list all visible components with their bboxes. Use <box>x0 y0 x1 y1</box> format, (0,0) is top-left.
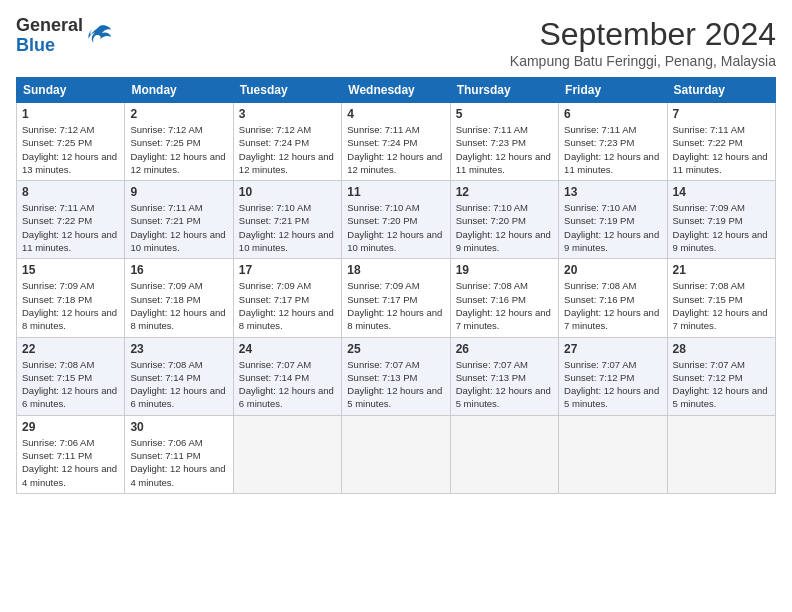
calendar-day-cell: 12Sunrise: 7:10 AMSunset: 7:20 PMDayligh… <box>450 181 558 259</box>
day-number: 3 <box>239 107 336 121</box>
calendar-day-cell: 17Sunrise: 7:09 AMSunset: 7:17 PMDayligh… <box>233 259 341 337</box>
day-number: 2 <box>130 107 227 121</box>
day-number: 19 <box>456 263 553 277</box>
day-number: 16 <box>130 263 227 277</box>
calendar-day-cell: 28Sunrise: 7:07 AMSunset: 7:12 PMDayligh… <box>667 337 775 415</box>
calendar-day-cell: 8Sunrise: 7:11 AMSunset: 7:22 PMDaylight… <box>17 181 125 259</box>
calendar-day-cell: 5Sunrise: 7:11 AMSunset: 7:23 PMDaylight… <box>450 103 558 181</box>
calendar-week-row: 22Sunrise: 7:08 AMSunset: 7:15 PMDayligh… <box>17 337 776 415</box>
calendar-day-cell: 30Sunrise: 7:06 AMSunset: 7:11 PMDayligh… <box>125 415 233 493</box>
calendar-day-cell: 24Sunrise: 7:07 AMSunset: 7:14 PMDayligh… <box>233 337 341 415</box>
day-header-saturday: Saturday <box>667 78 775 103</box>
day-number: 8 <box>22 185 119 199</box>
day-number: 29 <box>22 420 119 434</box>
day-number: 13 <box>564 185 661 199</box>
day-info: Sunrise: 7:09 AMSunset: 7:19 PMDaylight:… <box>673 201 770 254</box>
logo-text: General Blue <box>16 16 83 56</box>
day-info: Sunrise: 7:10 AMSunset: 7:19 PMDaylight:… <box>564 201 661 254</box>
calendar-day-cell: 6Sunrise: 7:11 AMSunset: 7:23 PMDaylight… <box>559 103 667 181</box>
calendar-day-cell: 15Sunrise: 7:09 AMSunset: 7:18 PMDayligh… <box>17 259 125 337</box>
page-header: General Blue September 2024 Kampung Batu… <box>16 16 776 69</box>
calendar-day-cell: 27Sunrise: 7:07 AMSunset: 7:12 PMDayligh… <box>559 337 667 415</box>
day-info: Sunrise: 7:07 AMSunset: 7:13 PMDaylight:… <box>347 358 444 411</box>
day-info: Sunrise: 7:08 AMSunset: 7:16 PMDaylight:… <box>564 279 661 332</box>
logo-bird-icon <box>85 22 113 50</box>
calendar-day-cell: 3Sunrise: 7:12 AMSunset: 7:24 PMDaylight… <box>233 103 341 181</box>
day-header-monday: Monday <box>125 78 233 103</box>
calendar-day-cell: 4Sunrise: 7:11 AMSunset: 7:24 PMDaylight… <box>342 103 450 181</box>
calendar-day-cell: 29Sunrise: 7:06 AMSunset: 7:11 PMDayligh… <box>17 415 125 493</box>
day-number: 11 <box>347 185 444 199</box>
calendar-day-cell: 25Sunrise: 7:07 AMSunset: 7:13 PMDayligh… <box>342 337 450 415</box>
day-info: Sunrise: 7:08 AMSunset: 7:15 PMDaylight:… <box>22 358 119 411</box>
calendar-day-cell <box>233 415 341 493</box>
day-info: Sunrise: 7:12 AMSunset: 7:24 PMDaylight:… <box>239 123 336 176</box>
title-block: September 2024 Kampung Batu Feringgi, Pe… <box>510 16 776 69</box>
day-info: Sunrise: 7:07 AMSunset: 7:12 PMDaylight:… <box>564 358 661 411</box>
calendar-table: SundayMondayTuesdayWednesdayThursdayFrid… <box>16 77 776 494</box>
calendar-day-cell: 1Sunrise: 7:12 AMSunset: 7:25 PMDaylight… <box>17 103 125 181</box>
day-number: 21 <box>673 263 770 277</box>
month-year-title: September 2024 <box>510 16 776 53</box>
calendar-day-cell <box>342 415 450 493</box>
calendar-day-cell: 22Sunrise: 7:08 AMSunset: 7:15 PMDayligh… <box>17 337 125 415</box>
calendar-week-row: 15Sunrise: 7:09 AMSunset: 7:18 PMDayligh… <box>17 259 776 337</box>
day-header-tuesday: Tuesday <box>233 78 341 103</box>
calendar-day-cell: 9Sunrise: 7:11 AMSunset: 7:21 PMDaylight… <box>125 181 233 259</box>
calendar-day-cell: 11Sunrise: 7:10 AMSunset: 7:20 PMDayligh… <box>342 181 450 259</box>
day-number: 17 <box>239 263 336 277</box>
day-header-thursday: Thursday <box>450 78 558 103</box>
calendar-day-cell: 20Sunrise: 7:08 AMSunset: 7:16 PMDayligh… <box>559 259 667 337</box>
day-number: 24 <box>239 342 336 356</box>
day-number: 9 <box>130 185 227 199</box>
day-info: Sunrise: 7:10 AMSunset: 7:21 PMDaylight:… <box>239 201 336 254</box>
day-info: Sunrise: 7:09 AMSunset: 7:18 PMDaylight:… <box>22 279 119 332</box>
day-number: 6 <box>564 107 661 121</box>
calendar-day-cell: 18Sunrise: 7:09 AMSunset: 7:17 PMDayligh… <box>342 259 450 337</box>
calendar-day-cell: 14Sunrise: 7:09 AMSunset: 7:19 PMDayligh… <box>667 181 775 259</box>
day-number: 15 <box>22 263 119 277</box>
day-info: Sunrise: 7:10 AMSunset: 7:20 PMDaylight:… <box>456 201 553 254</box>
calendar-week-row: 29Sunrise: 7:06 AMSunset: 7:11 PMDayligh… <box>17 415 776 493</box>
day-number: 4 <box>347 107 444 121</box>
day-info: Sunrise: 7:11 AMSunset: 7:22 PMDaylight:… <box>22 201 119 254</box>
day-info: Sunrise: 7:08 AMSunset: 7:16 PMDaylight:… <box>456 279 553 332</box>
day-header-sunday: Sunday <box>17 78 125 103</box>
day-info: Sunrise: 7:06 AMSunset: 7:11 PMDaylight:… <box>22 436 119 489</box>
day-number: 23 <box>130 342 227 356</box>
calendar-day-cell: 21Sunrise: 7:08 AMSunset: 7:15 PMDayligh… <box>667 259 775 337</box>
calendar-header-row: SundayMondayTuesdayWednesdayThursdayFrid… <box>17 78 776 103</box>
day-number: 22 <box>22 342 119 356</box>
day-number: 30 <box>130 420 227 434</box>
logo: General Blue <box>16 16 113 56</box>
day-header-friday: Friday <box>559 78 667 103</box>
day-info: Sunrise: 7:11 AMSunset: 7:21 PMDaylight:… <box>130 201 227 254</box>
day-number: 1 <box>22 107 119 121</box>
day-number: 12 <box>456 185 553 199</box>
day-number: 27 <box>564 342 661 356</box>
day-number: 7 <box>673 107 770 121</box>
day-header-wednesday: Wednesday <box>342 78 450 103</box>
day-number: 14 <box>673 185 770 199</box>
day-number: 25 <box>347 342 444 356</box>
calendar-day-cell: 19Sunrise: 7:08 AMSunset: 7:16 PMDayligh… <box>450 259 558 337</box>
calendar-day-cell <box>450 415 558 493</box>
calendar-week-row: 1Sunrise: 7:12 AMSunset: 7:25 PMDaylight… <box>17 103 776 181</box>
day-info: Sunrise: 7:10 AMSunset: 7:20 PMDaylight:… <box>347 201 444 254</box>
calendar-day-cell <box>559 415 667 493</box>
calendar-day-cell: 10Sunrise: 7:10 AMSunset: 7:21 PMDayligh… <box>233 181 341 259</box>
day-info: Sunrise: 7:12 AMSunset: 7:25 PMDaylight:… <box>22 123 119 176</box>
day-number: 5 <box>456 107 553 121</box>
day-info: Sunrise: 7:09 AMSunset: 7:17 PMDaylight:… <box>347 279 444 332</box>
day-number: 28 <box>673 342 770 356</box>
day-info: Sunrise: 7:09 AMSunset: 7:17 PMDaylight:… <box>239 279 336 332</box>
day-info: Sunrise: 7:09 AMSunset: 7:18 PMDaylight:… <box>130 279 227 332</box>
location-subtitle: Kampung Batu Feringgi, Penang, Malaysia <box>510 53 776 69</box>
day-number: 18 <box>347 263 444 277</box>
day-number: 10 <box>239 185 336 199</box>
day-info: Sunrise: 7:07 AMSunset: 7:14 PMDaylight:… <box>239 358 336 411</box>
day-info: Sunrise: 7:07 AMSunset: 7:12 PMDaylight:… <box>673 358 770 411</box>
calendar-week-row: 8Sunrise: 7:11 AMSunset: 7:22 PMDaylight… <box>17 181 776 259</box>
day-info: Sunrise: 7:11 AMSunset: 7:22 PMDaylight:… <box>673 123 770 176</box>
calendar-day-cell: 16Sunrise: 7:09 AMSunset: 7:18 PMDayligh… <box>125 259 233 337</box>
